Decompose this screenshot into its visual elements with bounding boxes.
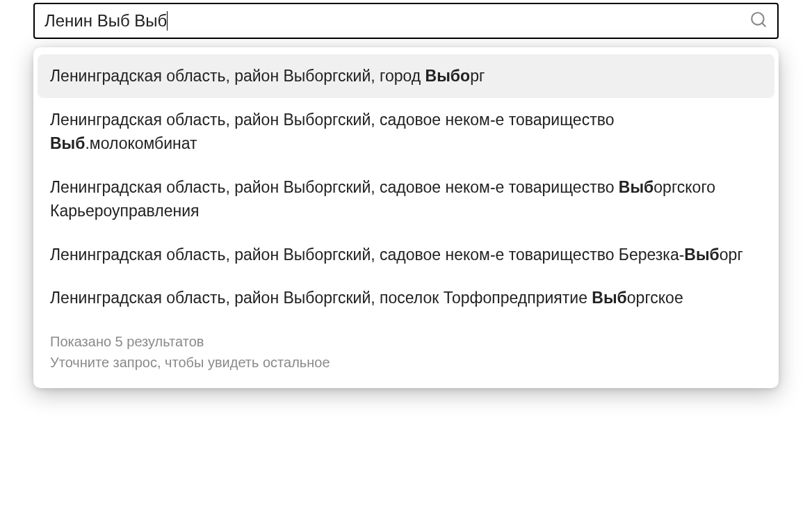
suggestion-item[interactable]: Ленинградская область, район Выборгский,… [33,233,779,277]
search-input-text: Ленин Выб Выб [44,11,167,31]
suggestion-item[interactable]: Ленинградская область, район Выборгский,… [33,276,779,320]
refine-hint: Уточните запрос, чтобы увидеть остальное [50,352,762,373]
results-count: Показано 5 результатов [50,331,762,352]
search-icon[interactable] [749,10,768,31]
suggestion-item[interactable]: Ленинградская область, район Выборгский,… [38,54,774,98]
suggestion-item[interactable]: Ленинградская область, район Выборгский,… [33,166,779,233]
suggestions-dropdown: Ленинградская область, район Выборгский,… [33,47,779,388]
suggestions-list: Ленинградская область, район Выборгский,… [33,54,779,320]
search-input[interactable]: Ленин Выб Выб [44,4,749,38]
suggestion-item[interactable]: Ленинградская область, район Выборгский,… [33,98,779,166]
svg-line-1 [762,23,765,26]
text-caret [167,11,168,31]
dropdown-footer: Показано 5 результатов Уточните запрос, … [33,320,779,373]
search-box[interactable]: Ленин Выб Выб [33,3,779,39]
